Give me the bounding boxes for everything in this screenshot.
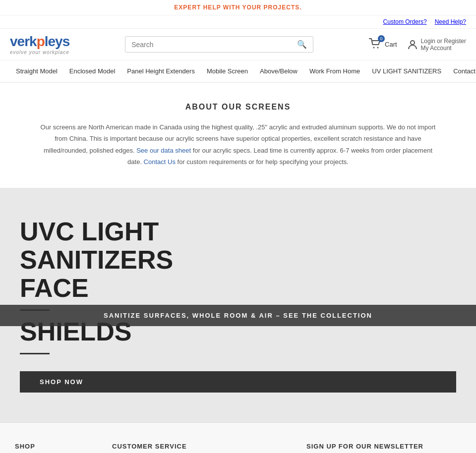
footer: SHOP Panel Height Extenders Straight Mod… <box>0 422 476 453</box>
account-text-block: Login or Register My Account <box>421 38 466 52</box>
svg-point-2 <box>411 41 415 45</box>
cart-icon-wrap: 0 <box>369 38 382 51</box>
footer-customer-service-heading: CUSTOMER SERVICE <box>112 443 189 450</box>
svg-point-1 <box>377 47 379 49</box>
hero-line1: UVC LIGHT <box>20 217 159 246</box>
footer-spacer <box>209 443 287 453</box>
hero-section: UVC LIGHT SANITIZERS FACE SHIELDS SANITI… <box>0 188 476 423</box>
shop-now-button[interactable]: SHOP NOW <box>20 371 456 393</box>
header-right: 0 Cart Login or Register My Account <box>369 38 466 52</box>
login-register-text: Login or Register <box>421 38 466 45</box>
cart-label: Cart <box>385 41 397 48</box>
custom-orders-link[interactable]: Custom Orders? <box>383 18 427 25</box>
logo[interactable]: verkpleys evolve your workplace <box>10 34 69 55</box>
footer-top: SHOP Panel Height Extenders Straight Mod… <box>15 443 461 453</box>
logo-text: verkpleys <box>10 34 69 50</box>
newsletter-section: SIGN UP FOR OUR NEWSLETTER SUBMIT <box>306 443 461 453</box>
nav-panel-height[interactable]: Panel Height Extenders <box>121 60 201 82</box>
sanitize-banner[interactable]: SANITIZE SURFACES, WHOLE ROOM & AIR – SE… <box>0 305 476 326</box>
nav-above-below[interactable]: Above/Below <box>254 60 303 82</box>
top-banner: EXPERT HELP WITH YOUR PROJECTS. <box>0 0 476 15</box>
about-section: ABOUT OUR SCREENS Our screens are North … <box>0 83 476 188</box>
search-icon[interactable]: 🔍 <box>297 40 307 49</box>
about-text: Our screens are North American made in C… <box>40 121 436 168</box>
account-area[interactable]: Login or Register My Account <box>407 38 466 52</box>
logo-tagline: evolve your workplace <box>10 50 69 55</box>
search-input[interactable] <box>131 41 297 49</box>
user-icon <box>407 39 418 50</box>
cart-count: 0 <box>378 35 385 42</box>
need-help-link[interactable]: Need Help? <box>435 18 466 25</box>
footer-customer-service-col: CUSTOMER SERVICE Order Issues / Returns … <box>112 443 189 453</box>
nav-mobile-screen[interactable]: Mobile Screen <box>201 60 254 82</box>
nav-enclosed-model[interactable]: Enclosed Model <box>63 60 121 82</box>
header: verkpleys evolve your workplace 🔍 0 Cart <box>0 29 476 60</box>
hero-line2: SANITIZERS <box>20 245 173 274</box>
cart-area[interactable]: 0 Cart <box>369 38 397 51</box>
banner-text: EXPERT HELP WITH YOUR PROJECTS. <box>174 4 301 11</box>
hero-divider2 <box>20 353 50 354</box>
hero-title: UVC LIGHT SANITIZERS FACE SHIELDS <box>20 218 218 362</box>
footer-shop-heading: SHOP <box>15 443 92 450</box>
about-title: ABOUT OUR SCREENS <box>40 103 436 112</box>
my-account-text: My Account <box>421 45 466 52</box>
footer-shop-col: SHOP Panel Height Extenders Straight Mod… <box>15 443 92 453</box>
nav-straight-model[interactable]: Straight Model <box>10 60 63 82</box>
hero-line3: FACE <box>20 274 89 302</box>
data-sheet-link[interactable]: See our data sheet <box>136 147 191 154</box>
main-nav: Straight Model Enclosed Model Panel Heig… <box>0 60 476 83</box>
svg-point-0 <box>373 47 375 49</box>
nav-work-from-home[interactable]: Work From Home <box>303 60 366 82</box>
nav-contact-us[interactable]: Contact Us <box>447 60 476 82</box>
utility-bar: Custom Orders? Need Help? <box>0 15 476 29</box>
newsletter-heading: SIGN UP FOR OUR NEWSLETTER <box>306 443 461 450</box>
contact-us-link[interactable]: Contact Us <box>144 158 176 166</box>
search-bar[interactable]: 🔍 <box>125 36 313 53</box>
nav-uv-sanitizers[interactable]: UV LIGHT SANITIZERS <box>366 60 447 82</box>
